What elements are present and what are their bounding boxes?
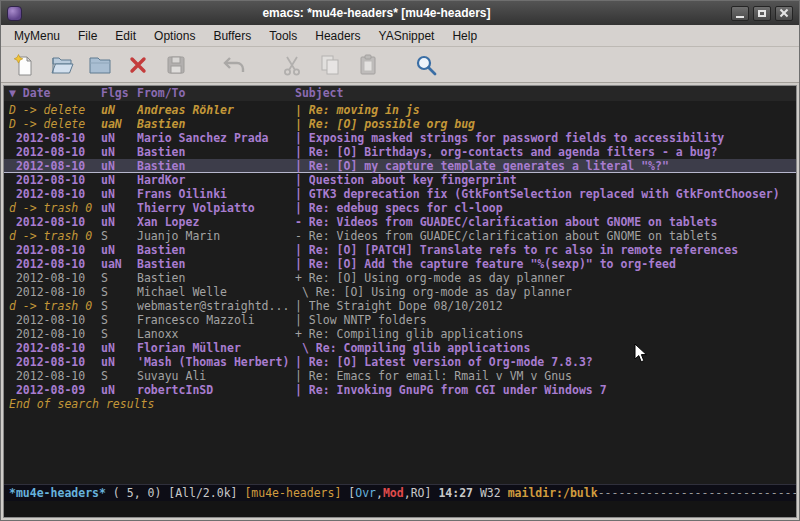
message-subject: Re: [O] my capture template generates a …: [309, 159, 796, 173]
message-row[interactable]: d -> trash 0Swebmaster@straightd...| The…: [4, 299, 796, 313]
column-header-date[interactable]: ▼ Date: [9, 86, 101, 101]
copy-button: [317, 52, 343, 78]
window-controls: [731, 6, 793, 21]
close-button[interactable]: [775, 6, 793, 21]
modeline-segment: ,: [404, 486, 411, 500]
column-header-flags[interactable]: Flgs: [101, 86, 137, 101]
message-subject: Re: [O] Using org-mode as day planner: [316, 285, 796, 299]
open-file-button[interactable]: [49, 52, 75, 78]
message-row[interactable]: 2012-08-10uNBastien| Re: [O] Birthdays, …: [4, 145, 796, 159]
message-from: Thierry Volpiatto: [137, 201, 295, 215]
message-subject: Question about key fingerprint: [309, 173, 796, 187]
message-date: D -> delete: [9, 103, 101, 117]
undo-icon: [222, 53, 246, 77]
thread-indicator: |: [295, 243, 309, 257]
titlebar[interactable]: emacs: *mu4e-headers* [mu4e-headers]: [1, 1, 799, 25]
menu-item-yasnippet[interactable]: YASnippet: [370, 27, 444, 45]
message-date: 2012-08-10: [9, 355, 101, 369]
search-button[interactable]: [413, 52, 439, 78]
menu-item-file[interactable]: File: [69, 27, 106, 45]
menu-item-headers[interactable]: Headers: [306, 27, 369, 45]
message-row[interactable]: 2012-08-10uNMario Sanchez Prada| Exposin…: [4, 131, 796, 145]
message-subject: Re: Videos from GUADEC/clarification abo…: [309, 229, 796, 243]
modeline-segment: Ovr: [355, 486, 376, 500]
new-file-button[interactable]: [11, 52, 37, 78]
message-flags: S: [101, 285, 137, 299]
toolbar: [1, 47, 799, 83]
save-buffer-button: [163, 52, 189, 78]
thread-indicator: |: [295, 299, 309, 313]
thread-indicator: \: [295, 285, 316, 299]
column-header-subject[interactable]: Subject: [295, 86, 796, 101]
dired-icon: [88, 53, 112, 77]
message-from: Bastien: [137, 257, 295, 271]
cut-icon: [280, 53, 304, 77]
message-subject: Re: edebug specs for cl-loop: [309, 201, 796, 215]
dired-button[interactable]: [87, 52, 113, 78]
message-from: Michael Welle: [137, 285, 295, 299]
modeline-segment: [mu4e-headers]: [244, 486, 341, 500]
thread-indicator: |: [295, 187, 309, 201]
message-flags: uN: [101, 243, 137, 257]
kill-buffer-button[interactable]: [125, 52, 151, 78]
message-date: 2012-08-09: [9, 383, 101, 397]
message-subject: The Straight Dope 08/10/2012: [309, 299, 796, 313]
message-from: webmaster@straightd...: [137, 299, 295, 313]
message-date: 2012-08-10: [9, 257, 101, 271]
message-row[interactable]: 2012-08-10uNBastien| Re: [O] my capture …: [4, 159, 796, 173]
message-row[interactable]: 2012-08-10uNHardKor| Question about key …: [4, 173, 796, 187]
menu-item-help[interactable]: Help: [443, 27, 486, 45]
message-flags: S: [101, 271, 137, 285]
message-subject: Re: [O] Birthdays, org-contacts and agen…: [309, 145, 796, 159]
menu-item-edit[interactable]: Edit: [106, 27, 145, 45]
paste-icon: [356, 53, 380, 77]
maximize-button[interactable]: [753, 6, 771, 21]
message-row[interactable]: 2012-08-10SMichael Welle \ Re: [O] Using…: [4, 285, 796, 299]
thread-indicator: +: [295, 327, 309, 341]
end-of-results-text: End of search results: [4, 397, 796, 411]
message-date: 2012-08-10: [9, 285, 101, 299]
menu-item-mymenu[interactable]: MyMenu: [5, 27, 69, 45]
message-date: 2012-08-10: [9, 369, 101, 383]
message-row[interactable]: D -> deleteuaNBastien| Re: [O] possible …: [4, 117, 796, 131]
message-row[interactable]: d -> trash 0SJuanjo Marin- Re: Videos fr…: [4, 229, 796, 243]
message-row[interactable]: 2012-08-10SLanoxx+ Re: Compiling glib ap…: [4, 327, 796, 341]
message-row[interactable]: 2012-08-10uNBastien| Re: [O] [PATCH] Tra…: [4, 243, 796, 257]
message-row[interactable]: 2012-08-10SFrancesco Mazzoli| Slow NNTP …: [4, 313, 796, 327]
message-subject: Re: [O] possible org bug: [309, 117, 796, 131]
message-flags: uN: [101, 383, 137, 397]
menu-item-options[interactable]: Options: [145, 27, 204, 45]
thread-indicator: -: [295, 229, 309, 243]
thread-indicator: |: [295, 257, 309, 271]
column-header-from[interactable]: From/To: [137, 86, 295, 101]
message-row[interactable]: d -> trash 0uNThierry Volpiatto| Re: ede…: [4, 201, 796, 215]
message-row[interactable]: 2012-08-10SBastien+ Re: [O] Using org-mo…: [4, 271, 796, 285]
thread-indicator: |: [295, 201, 309, 215]
message-row[interactable]: 2012-08-10uaNBastien| Re: [O] Add the ca…: [4, 257, 796, 271]
menu-item-buffers[interactable]: Buffers: [204, 27, 260, 45]
cut-button: [279, 52, 305, 78]
thread-indicator: +: [295, 271, 309, 285]
menubar: MyMenuFileEditOptionsBuffersToolsHeaders…: [1, 25, 799, 47]
minimize-button[interactable]: [731, 6, 749, 21]
thread-indicator: |: [295, 103, 309, 117]
message-flags: uN: [101, 145, 137, 159]
message-row[interactable]: 2012-08-09uNrobertcInSD| Re: Invoking Gn…: [4, 383, 796, 397]
message-row[interactable]: 2012-08-10SSuvayu Ali| Re: Emacs for ema…: [4, 369, 796, 383]
message-subject: GTK3 deprecation fix (GtkFontSelection r…: [309, 187, 796, 201]
thread-indicator: |: [295, 369, 309, 383]
message-row[interactable]: 2012-08-10uNFlorian Müllner \ Re: Compil…: [4, 341, 796, 355]
message-date: 2012-08-10: [9, 159, 101, 173]
message-flags: uN: [101, 103, 137, 117]
message-row[interactable]: 2012-08-10uN'Mash (Thomas Herbert)| Re: …: [4, 355, 796, 369]
message-row[interactable]: 2012-08-10uNXan Lopez- Re: Videos from G…: [4, 215, 796, 229]
menu-item-tools[interactable]: Tools: [260, 27, 306, 45]
message-subject: Re: moving in js: [309, 103, 796, 117]
message-row[interactable]: D -> deleteuNAndreas Röhler| Re: moving …: [4, 103, 796, 117]
text-area: ▼ Date Flgs From/To Subject D -> deleteu…: [3, 85, 797, 518]
message-date: 2012-08-10: [9, 187, 101, 201]
message-row[interactable]: 2012-08-10uNFrans Oilinki| GTK3 deprecat…: [4, 187, 796, 201]
message-flags: uaN: [101, 257, 137, 271]
maximize-icon: [758, 10, 766, 17]
modeline-segment: 14:27: [438, 486, 473, 500]
